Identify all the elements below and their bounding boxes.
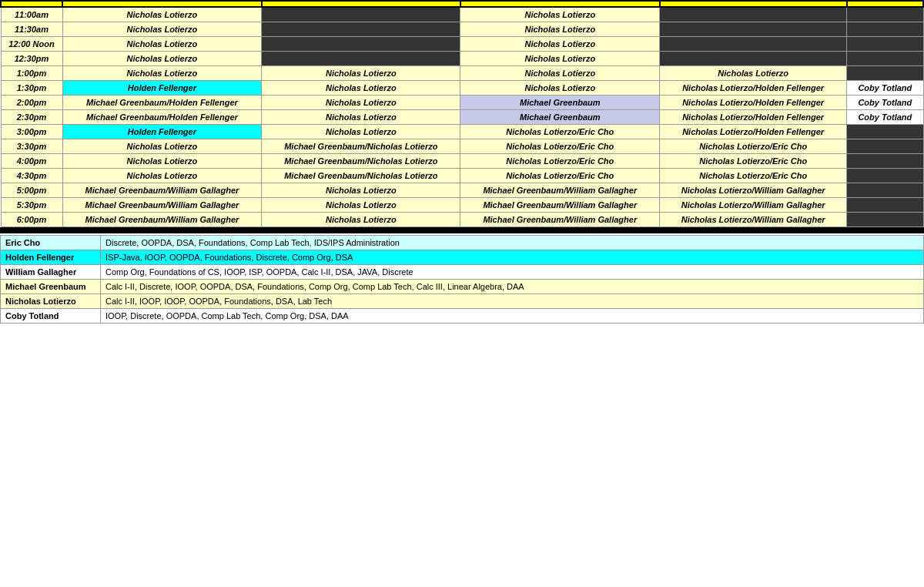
monday-cell: Michael Greenbaum/William Gallagher (62, 213, 262, 227)
monday-cell: Michael Greenbaum/William Gallagher (62, 198, 262, 213)
time-cell: 12:00 Noon (1, 37, 62, 52)
friday-cell (847, 22, 923, 37)
thursday-cell (660, 52, 847, 66)
time-cell: 4:00pm (1, 154, 62, 169)
monday-cell: Nicholas Lotierzo (62, 37, 262, 52)
info-row: Coby TotlandIOOP, Discrete, OOPDA, Comp … (1, 309, 924, 324)
schedule-row: 11:00amNicholas LotierzoNicholas Lotierz… (1, 7, 923, 22)
monday-cell: Nicholas Lotierzo (62, 22, 262, 37)
header-wednesday (460, 1, 660, 7)
tuesday-cell: Michael Greenbaum/Nicholas Lotierzo (262, 169, 460, 183)
info-courses: Comp Org, Foundations of CS, IOOP, ISP, … (101, 265, 924, 280)
time-cell: 1:00pm (1, 66, 62, 81)
friday-cell: Coby Totland (847, 81, 923, 96)
time-cell: 2:30pm (1, 110, 62, 125)
info-courses: IOOP, Discrete, OOPDA, Comp Lab Tech, Co… (101, 309, 924, 324)
time-cell: 11:30am (1, 22, 62, 37)
tuesday-cell: Nicholas Lotierzo (262, 198, 460, 213)
info-courses: Discrete, OOPDA, DSA, Foundations, Comp … (101, 236, 924, 250)
friday-cell (847, 7, 923, 22)
thursday-cell: Nicholas Lotierzo/Holden Fellenger (660, 96, 847, 110)
tuesday-cell (262, 37, 460, 52)
info-name: William Gallagher (1, 265, 101, 280)
friday-cell (847, 139, 923, 154)
wednesday-cell: Nicholas Lotierzo (460, 66, 660, 81)
info-row: William GallagherComp Org, Foundations o… (1, 265, 924, 280)
time-cell: 1:30pm (1, 81, 62, 96)
info-courses: ISP-Java, IOOP, OOPDA, Foundations, Disc… (101, 250, 924, 265)
wednesday-cell: Nicholas Lotierzo/Eric Cho (460, 139, 660, 154)
thursday-cell: Nicholas Lotierzo/Holden Fellenger (660, 125, 847, 139)
friday-cell (847, 154, 923, 169)
friday-cell: Coby Totland (847, 96, 923, 110)
schedule-row: 2:00pmMichael Greenbaum/Holden Fellenger… (1, 96, 923, 110)
thursday-cell: Nicholas Lotierzo/Eric Cho (660, 169, 847, 183)
schedule-row: 5:30pmMichael Greenbaum/William Gallaghe… (1, 198, 923, 213)
monday-cell: Nicholas Lotierzo (62, 169, 262, 183)
monday-cell: Nicholas Lotierzo (62, 66, 262, 81)
info-name: Holden Fellenger (1, 250, 101, 265)
time-cell: 3:30pm (1, 139, 62, 154)
header-tuesday (262, 1, 460, 7)
monday-cell: Holden Fellenger (62, 81, 262, 96)
thursday-cell: Nicholas Lotierzo/William Gallagher (660, 213, 847, 227)
thursday-cell (660, 37, 847, 52)
time-cell: 5:30pm (1, 198, 62, 213)
header-friday (847, 1, 923, 7)
thursday-cell: Nicholas Lotierzo (660, 66, 847, 81)
tuesday-cell (262, 22, 460, 37)
header-time (1, 1, 62, 7)
thursday-cell: Nicholas Lotierzo/William Gallagher (660, 198, 847, 213)
monday-cell: Michael Greenbaum/William Gallagher (62, 183, 262, 198)
schedule-row: 5:00pmMichael Greenbaum/William Gallaghe… (1, 183, 923, 198)
schedule-row: 12:00 NoonNicholas LotierzoNicholas Loti… (1, 37, 923, 52)
schedule-row: 3:30pmNicholas LotierzoMichael Greenbaum… (1, 139, 923, 154)
friday-cell (847, 66, 923, 81)
thursday-cell (660, 7, 847, 22)
friday-cell (847, 183, 923, 198)
thursday-cell (660, 22, 847, 37)
wednesday-cell: Nicholas Lotierzo/Eric Cho (460, 125, 660, 139)
wednesday-cell: Nicholas Lotierzo (460, 81, 660, 96)
header-row (1, 1, 923, 7)
time-cell: 12:30pm (1, 52, 62, 66)
info-name: Coby Totland (1, 309, 101, 324)
info-name: Nicholas Lotierzo (1, 294, 101, 309)
schedule-row: 12:30pmNicholas LotierzoNicholas Lotierz… (1, 52, 923, 66)
schedule-table: 11:00amNicholas LotierzoNicholas Lotierz… (0, 0, 924, 227)
monday-cell: Michael Greenbaum/Holden Fellenger (62, 110, 262, 125)
tuesday-cell (262, 7, 460, 22)
time-cell: 2:00pm (1, 96, 62, 110)
wednesday-cell: Michael Greenbaum (460, 110, 660, 125)
thursday-cell: Nicholas Lotierzo/Holden Fellenger (660, 110, 847, 125)
wednesday-cell: Nicholas Lotierzo (460, 7, 660, 22)
info-courses: Calc I-II, IOOP, IOOP, OOPDA, Foundation… (101, 294, 924, 309)
time-cell: 6:00pm (1, 213, 62, 227)
friday-cell (847, 37, 923, 52)
thursday-cell: Nicholas Lotierzo/Holden Fellenger (660, 81, 847, 96)
monday-cell: Nicholas Lotierzo (62, 52, 262, 66)
header-thursday (660, 1, 847, 7)
schedule-row: 3:00pmHolden FellengerNicholas LotierzoN… (1, 125, 923, 139)
monday-cell: Nicholas Lotierzo (62, 7, 262, 22)
wednesday-cell: Nicholas Lotierzo/Eric Cho (460, 154, 660, 169)
time-cell: 11:00am (1, 7, 62, 22)
black-divider (0, 227, 924, 233)
info-row: Eric ChoDiscrete, OOPDA, DSA, Foundation… (1, 236, 924, 250)
tuesday-cell (262, 52, 460, 66)
friday-cell (847, 213, 923, 227)
wednesday-cell: Nicholas Lotierzo (460, 52, 660, 66)
monday-cell: Holden Fellenger (62, 125, 262, 139)
time-cell: 5:00pm (1, 183, 62, 198)
wednesday-cell: Michael Greenbaum (460, 96, 660, 110)
tuesday-cell: Nicholas Lotierzo (262, 81, 460, 96)
tuesday-cell: Nicholas Lotierzo (262, 110, 460, 125)
schedule-row: 6:00pmMichael Greenbaum/William Gallaghe… (1, 213, 923, 227)
info-table: Eric ChoDiscrete, OOPDA, DSA, Foundation… (0, 235, 924, 324)
friday-cell (847, 198, 923, 213)
info-name: Eric Cho (1, 236, 101, 250)
schedule-row: 4:00pmNicholas LotierzoMichael Greenbaum… (1, 154, 923, 169)
thursday-cell: Nicholas Lotierzo/Eric Cho (660, 139, 847, 154)
tuesday-cell: Nicholas Lotierzo (262, 183, 460, 198)
info-row: Nicholas LotierzoCalc I-II, IOOP, IOOP, … (1, 294, 924, 309)
